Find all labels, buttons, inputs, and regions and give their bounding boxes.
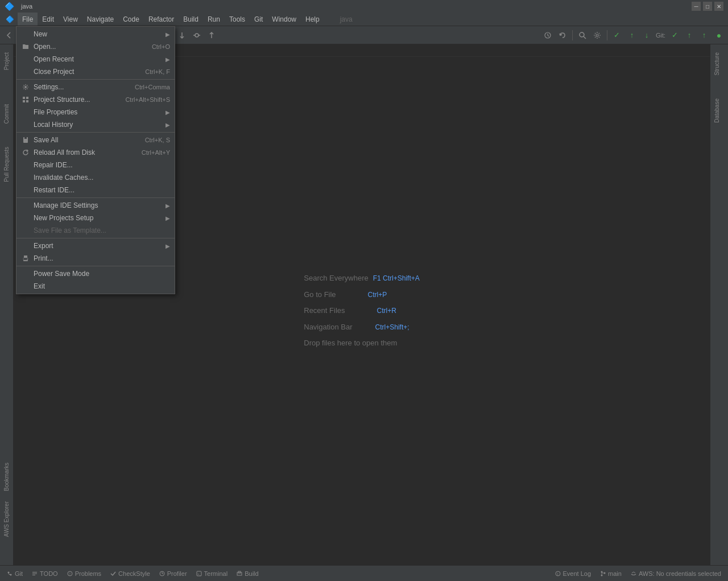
intellij-icon: 🔷	[6, 15, 14, 23]
panel-tab-database[interactable]: Database	[712, 93, 722, 129]
menu-edit[interactable]: Edit	[38, 13, 59, 26]
menu-item-settings[interactable]: Settings... Ctrl+Comma	[16, 81, 175, 93]
menu-item-open[interactable]: Open... Ctrl+O	[16, 40, 175, 53]
new-arrow: ▶	[166, 31, 170, 38]
menu-run[interactable]: Run	[203, 13, 225, 26]
new-icon	[21, 30, 30, 39]
menu-item-repair-ide[interactable]: Repair IDE...	[16, 159, 175, 171]
git-status-up[interactable]: ↑	[625, 28, 639, 42]
menu-build[interactable]: Build	[179, 13, 203, 26]
status-event-log-label: Event Log	[563, 570, 592, 577]
status-profiler[interactable]: Profiler	[157, 569, 189, 578]
menu-item-file-properties[interactable]: File Properties ▶	[16, 106, 175, 118]
save-all-icon	[21, 135, 30, 145]
toolbar-undo-btn[interactable]	[556, 28, 569, 42]
menu-item-power-save-mode[interactable]: Power Save Mode	[16, 267, 175, 280]
menu-tools[interactable]: Tools	[225, 13, 250, 26]
status-checkstyle[interactable]: CheckStyle	[108, 569, 152, 578]
manage-ide-settings-arrow: ▶	[166, 203, 170, 209]
toolbar-history-btn[interactable]	[541, 28, 555, 42]
status-git[interactable]: Git	[5, 569, 25, 578]
menu-window[interactable]: Window	[267, 13, 301, 26]
menu-item-print[interactable]: Print...	[16, 252, 175, 265]
invalidate-caches-label: Invalidate Caches...	[34, 174, 170, 182]
menu-file[interactable]: File	[18, 13, 38, 26]
status-event-log[interactable]: i Event Log	[553, 569, 594, 578]
toolbar-back-btn[interactable]	[2, 28, 16, 42]
window-title: java	[21, 3, 32, 10]
git-status-down[interactable]: ↓	[640, 28, 653, 42]
power-save-mode-label: Power Save Mode	[34, 270, 170, 278]
svg-text:i: i	[557, 572, 559, 576]
panel-tab-commit[interactable]: Commit	[2, 98, 11, 129]
svg-point-0	[24, 86, 27, 88]
reload-all-label: Reload All from Disk	[34, 149, 133, 156]
menu-item-save-file-as-template[interactable]: Save File as Template...	[16, 224, 175, 237]
git-arrow-up-btn[interactable]: ↑	[682, 28, 696, 42]
menu-item-reload-all[interactable]: Reload All from Disk Ctrl+Alt+Y	[16, 146, 175, 159]
panel-tab-pull-requests[interactable]: Pull Requests	[2, 141, 11, 188]
git-check-btn[interactable]: ✓	[668, 28, 681, 42]
maximize-button[interactable]: □	[703, 2, 712, 11]
left-panel-tabs: Project Commit Pull Requests Bookmarks A…	[0, 44, 14, 565]
menu-item-new[interactable]: New ▶	[16, 28, 175, 40]
open-recent-arrow: ▶	[166, 56, 170, 63]
menu-git[interactable]: Git	[250, 13, 267, 26]
svg-rect-8	[24, 142, 27, 142]
hint-goto-file-label: Go to File	[304, 287, 336, 303]
save-file-template-icon	[21, 226, 30, 235]
menu-view[interactable]: View	[59, 13, 82, 26]
toolbar-search-btn[interactable]	[576, 28, 589, 42]
separator-2	[16, 132, 175, 133]
menu-bar-wrapper: 🔷 File Edit View Navigate Code Refactor …	[0, 13, 728, 26]
status-terminal[interactable]: >_ Terminal	[194, 569, 230, 578]
git-status-checkmark[interactable]: ✓	[610, 28, 624, 42]
build-icon	[237, 571, 242, 576]
svg-point-25	[596, 34, 598, 36]
menu-item-save-all[interactable]: Save All Ctrl+K, S	[16, 134, 175, 146]
menu-item-open-recent[interactable]: Open Recent ▶	[16, 53, 175, 65]
status-build[interactable]: Build	[234, 569, 260, 578]
minimize-button[interactable]: ─	[692, 2, 701, 11]
hint-nav-bar-key: Ctrl+Shift+;	[375, 320, 410, 335]
menu-refactor[interactable]: Refactor	[144, 13, 179, 26]
menu-item-new-projects-setup[interactable]: New Projects Setup ▶	[16, 212, 175, 224]
menu-item-restart-ide[interactable]: Restart IDE...	[16, 184, 175, 196]
toolbar-settings-btn[interactable]	[590, 28, 604, 42]
menu-help[interactable]: Help	[301, 13, 324, 26]
status-git-label: Git	[15, 570, 23, 577]
menu-item-export[interactable]: Export ▶	[16, 240, 175, 252]
status-bar: Git TODO ! Problems CheckStyle Profiler …	[0, 565, 728, 581]
panel-tab-aws-explorer[interactable]: AWS Explorer	[2, 496, 11, 542]
hint-search-everywhere: Search Everywhere F1 Ctrl+Shift+A	[304, 270, 419, 287]
git-commit-btn[interactable]	[190, 28, 204, 42]
checkstyle-icon	[110, 571, 116, 576]
panel-tab-project[interactable]: Project	[2, 47, 11, 76]
file-dropdown-menu: New ▶ Open... Ctrl+O Open Recent ▶ Close…	[16, 26, 175, 294]
svg-rect-10	[24, 256, 27, 258]
menu-code[interactable]: Code	[118, 13, 144, 26]
menu-navigate[interactable]: Navigate	[82, 13, 118, 26]
svg-rect-6	[24, 137, 27, 139]
status-branch[interactable]: main	[598, 569, 624, 578]
menu-intellij-logo[interactable]: 🔷	[2, 13, 18, 26]
menu-item-local-history[interactable]: Local History ▶	[16, 118, 175, 131]
save-all-label: Save All	[34, 136, 136, 144]
git-arrow-down-btn[interactable]: ↑	[697, 28, 711, 42]
toolbar-sep-4	[607, 30, 607, 40]
status-aws[interactable]: AWS: No credentials selected	[628, 569, 723, 578]
panel-tab-bookmarks[interactable]: Bookmarks	[2, 457, 11, 497]
status-todo[interactable]: TODO	[30, 569, 60, 578]
menu-item-close-project[interactable]: Close Project Ctrl+K, F	[16, 65, 175, 78]
git-push-btn[interactable]	[205, 28, 218, 42]
vertical-scrollbar[interactable]	[723, 44, 728, 565]
status-problems[interactable]: ! Problems	[65, 569, 104, 578]
ide-indicator[interactable]: ●	[712, 28, 726, 42]
menu-item-exit[interactable]: Exit	[16, 280, 175, 292]
panel-tab-structure[interactable]: Structure	[712, 47, 722, 81]
close-button[interactable]: ✕	[714, 2, 723, 11]
menu-item-manage-ide-settings[interactable]: Manage IDE Settings ▶	[16, 199, 175, 212]
menu-item-invalidate-caches[interactable]: Invalidate Caches...	[16, 171, 175, 184]
git-update-btn[interactable]	[175, 28, 189, 42]
menu-item-project-structure[interactable]: Project Structure... Ctrl+Alt+Shift+S	[16, 93, 175, 106]
